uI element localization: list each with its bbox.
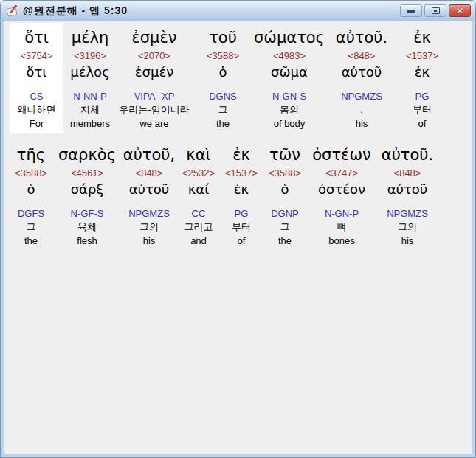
english-gloss: his bbox=[143, 235, 156, 248]
title-bar[interactable]: @원전분해 - 엡 5:30 ✕ bbox=[1, 1, 475, 21]
greek-surface: αὐτοῦ. bbox=[336, 27, 387, 49]
parsing-code: CC bbox=[192, 207, 206, 220]
greek-surface: ἐκ bbox=[413, 27, 431, 49]
greek-surface: αὐτοῦ. bbox=[382, 144, 433, 166]
parsing-code: PG bbox=[235, 207, 249, 220]
greek-surface: καὶ bbox=[186, 144, 210, 166]
word-entry[interactable]: μέλη<3196>μέλοςN-NN-P지체members bbox=[63, 23, 117, 133]
korean-gloss: 육체 bbox=[77, 220, 97, 235]
word-entry[interactable]: τῆς<3588>ὁDGFS그the bbox=[10, 140, 52, 251]
word-entry[interactable]: σαρκὸς<4561>σάρξN-GF-S육체flesh bbox=[52, 140, 122, 251]
word-row: ὅτι<3754>ὅτιCS왜냐하면Forμέλη<3196>μέλοςN-NN… bbox=[10, 23, 472, 133]
strongs-number: <2532> bbox=[182, 166, 215, 180]
word-entry[interactable]: ὅτι<3754>ὅτιCS왜냐하면For bbox=[10, 23, 63, 133]
greek-surface: ὅτι bbox=[24, 27, 49, 49]
greek-lemma: μέλος bbox=[70, 63, 109, 82]
english-gloss: the bbox=[216, 117, 230, 131]
english-gloss: we are bbox=[139, 117, 168, 131]
strongs-number: <3588> bbox=[269, 166, 301, 180]
greek-surface: αὐτοῦ, bbox=[123, 144, 175, 166]
korean-gloss: 그리고 bbox=[184, 220, 213, 235]
strongs-number: <848> bbox=[136, 166, 163, 180]
greek-lemma: ὁ bbox=[280, 180, 289, 199]
parsing-code: VIPA--XP bbox=[134, 90, 175, 103]
minimize-button[interactable] bbox=[400, 4, 422, 17]
korean-gloss: 우리는-임이니라 bbox=[119, 103, 189, 117]
strongs-number: <1537> bbox=[406, 49, 438, 63]
korean-gloss: 왜냐하면 bbox=[18, 103, 56, 117]
greek-surface: τῆς bbox=[17, 144, 45, 166]
window-title: @원전분해 - 엡 5:30 bbox=[23, 4, 400, 18]
word-entry[interactable]: τοῦ<3588>ὁDGNS그the bbox=[192, 23, 254, 133]
word-entry[interactable]: ἐσμὲν<2070>ἐσμένVIPA--XP우리는-임이니라we are bbox=[117, 23, 192, 133]
english-gloss: his bbox=[401, 235, 414, 248]
greek-surface: τοῦ bbox=[209, 27, 237, 49]
greek-lemma: αὐτοῦ bbox=[342, 63, 382, 82]
app-window: @원전분해 - 엡 5:30 ✕ ὅτι<3754>ὅτιCS왜냐하면Forμέ… bbox=[0, 0, 476, 458]
word-entry[interactable]: αὐτοῦ.<848>αὐτοῦNPGMZS.his bbox=[325, 23, 399, 133]
word-entry[interactable]: ἐκ<1537>ἐκPG부터of bbox=[399, 23, 446, 133]
greek-surface: σώματος bbox=[254, 27, 325, 49]
word-entry[interactable]: αὐτοῦ.<848>αὐτοῦNPGMZS그의his bbox=[376, 140, 439, 251]
strongs-number: <4983> bbox=[273, 49, 306, 63]
english-gloss: his bbox=[356, 117, 368, 131]
greek-surface: τῶν bbox=[269, 144, 300, 166]
strongs-number: <848> bbox=[394, 166, 421, 180]
parsing-code: CS bbox=[30, 90, 43, 103]
maximize-icon bbox=[432, 7, 440, 14]
word-entry[interactable]: ἐκ<1537>ἐκPG부터of bbox=[221, 140, 262, 251]
korean-gloss: . bbox=[360, 103, 363, 117]
close-icon: ✕ bbox=[456, 7, 463, 15]
greek-lemma: σάρξ bbox=[71, 180, 104, 199]
strongs-number: <2070> bbox=[138, 49, 170, 63]
greek-lemma: ἐκ bbox=[234, 180, 249, 199]
interlinear-panel: ὅτι<3754>ὅτιCS왜냐하면Forμέλη<3196>μέλοςN-NN… bbox=[4, 21, 472, 454]
strongs-number: <3747> bbox=[325, 166, 358, 180]
word-row: τῆς<3588>ὁDGFS그theσαρκὸς<4561>σάρξN-GF-S… bbox=[10, 140, 472, 251]
strongs-number: <3588> bbox=[15, 166, 47, 180]
english-gloss: the bbox=[278, 235, 292, 248]
strongs-number: <3754> bbox=[20, 49, 52, 63]
greek-lemma: ὅτι bbox=[27, 63, 47, 82]
word-entry[interactable]: τῶν<3588>ὁDGNP그the bbox=[262, 140, 308, 251]
korean-gloss: 부터 bbox=[232, 220, 251, 235]
english-gloss: the bbox=[24, 235, 38, 248]
word-entry[interactable]: σώματος<4983>σῶμαN-GN-S몸의of body bbox=[254, 23, 325, 133]
word-entry[interactable]: ὀστέων<3747>ὀστέονN-GN-P뼈bones bbox=[308, 140, 376, 251]
parsing-code: DGNS bbox=[209, 90, 237, 103]
strongs-number: <3588> bbox=[207, 49, 239, 63]
parsing-code: N-GN-S bbox=[272, 90, 306, 103]
greek-surface: ἐσμὲν bbox=[131, 27, 176, 49]
strongs-number: <3196> bbox=[74, 49, 106, 63]
parsing-code: NPGMZS bbox=[341, 90, 382, 103]
english-gloss: flesh bbox=[77, 235, 97, 248]
english-gloss: members bbox=[70, 117, 110, 131]
english-gloss: of bbox=[418, 117, 427, 131]
word-entry[interactable]: καὶ<2532>καίCC그리고and bbox=[176, 140, 221, 251]
korean-gloss: 뼈 bbox=[337, 220, 347, 235]
app-icon bbox=[6, 5, 19, 17]
strongs-number: <1537> bbox=[225, 166, 258, 180]
greek-lemma: αὐτοῦ bbox=[387, 180, 428, 199]
greek-surface: μέλη bbox=[72, 27, 108, 49]
english-gloss: of bbox=[238, 235, 246, 248]
parsing-code: N-NN-P bbox=[73, 90, 107, 103]
greek-lemma: σῶμα bbox=[271, 63, 308, 82]
korean-gloss: 그 bbox=[218, 103, 228, 117]
parsing-code: PG bbox=[415, 90, 430, 103]
strongs-number: <848> bbox=[348, 49, 376, 63]
word-entry[interactable]: αὐτοῦ,<848>αὐτοῦNPGMZS그의his bbox=[122, 140, 176, 251]
korean-gloss: 몸의 bbox=[280, 103, 299, 117]
greek-lemma: ὁ bbox=[218, 63, 227, 82]
parsing-code: NPGMZS bbox=[128, 207, 170, 220]
english-gloss: For bbox=[30, 117, 44, 131]
strongs-number: <4561> bbox=[71, 166, 103, 180]
greek-lemma: ὁ bbox=[27, 180, 35, 199]
parsing-code: DGNP bbox=[271, 207, 299, 220]
greek-lemma: ὀστέον bbox=[318, 180, 365, 199]
greek-lemma: ἐκ bbox=[415, 63, 430, 82]
korean-gloss: 그 bbox=[280, 220, 290, 235]
maximize-button[interactable] bbox=[424, 4, 446, 17]
close-button[interactable]: ✕ bbox=[449, 4, 471, 17]
korean-gloss: 그 bbox=[27, 220, 36, 235]
